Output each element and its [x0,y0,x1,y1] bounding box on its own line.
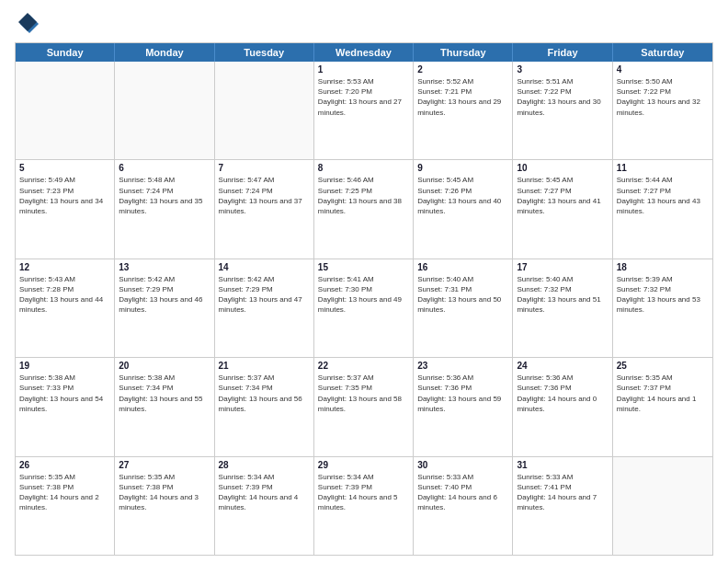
day-info: Sunrise: 5:44 AM Sunset: 7:27 PM Dayligh… [617,175,709,216]
day-headers: SundayMondayTuesdayWednesdayThursdayFrid… [16,43,712,62]
day-cell: 18Sunrise: 5:39 AM Sunset: 7:32 PM Dayli… [613,259,712,357]
day-cell: 1Sunrise: 5:53 AM Sunset: 7:20 PM Daylig… [314,62,414,159]
day-cell: 13Sunrise: 5:42 AM Sunset: 7:29 PM Dayli… [115,259,214,357]
day-info: Sunrise: 5:37 AM Sunset: 7:34 PM Dayligh… [219,373,310,414]
day-cell: 9Sunrise: 5:45 AM Sunset: 7:26 PM Daylig… [414,160,513,258]
day-info: Sunrise: 5:42 AM Sunset: 7:29 PM Dayligh… [119,274,210,316]
day-info: Sunrise: 5:43 AM Sunset: 7:28 PM Dayligh… [19,274,110,316]
day-info: Sunrise: 5:42 AM Sunset: 7:29 PM Dayligh… [219,274,310,316]
day-info: Sunrise: 5:52 AM Sunset: 7:21 PM Dayligh… [417,76,508,118]
day-number: 29 [318,460,409,470]
day-info: Sunrise: 5:40 AM Sunset: 7:32 PM Dayligh… [517,274,608,316]
day-info: Sunrise: 5:38 AM Sunset: 7:33 PM Dayligh… [19,373,110,414]
day-cell: 26Sunrise: 5:35 AM Sunset: 7:38 PM Dayli… [16,457,115,555]
day-info: Sunrise: 5:53 AM Sunset: 7:20 PM Dayligh… [318,76,409,118]
day-cell [215,62,314,159]
day-number: 1 [318,64,409,75]
day-number: 31 [517,460,608,470]
day-cell: 16Sunrise: 5:40 AM Sunset: 7:31 PM Dayli… [414,259,513,357]
calendar-body: 1Sunrise: 5:53 AM Sunset: 7:20 PM Daylig… [16,62,712,555]
day-cell: 19Sunrise: 5:38 AM Sunset: 7:33 PM Dayli… [16,358,115,455]
day-cell [16,62,115,159]
day-cell: 20Sunrise: 5:38 AM Sunset: 7:34 PM Dayli… [115,358,214,455]
day-number: 2 [417,64,508,75]
day-info: Sunrise: 5:35 AM Sunset: 7:37 PM Dayligh… [617,373,709,414]
day-info: Sunrise: 5:36 AM Sunset: 7:36 PM Dayligh… [417,373,508,414]
day-cell: 29Sunrise: 5:34 AM Sunset: 7:39 PM Dayli… [314,457,414,555]
day-info: Sunrise: 5:48 AM Sunset: 7:24 PM Dayligh… [119,175,210,216]
week-row-4: 26Sunrise: 5:35 AM Sunset: 7:38 PM Dayli… [16,456,712,555]
day-cell: 15Sunrise: 5:41 AM Sunset: 7:30 PM Dayli… [314,259,414,357]
day-cell: 3Sunrise: 5:51 AM Sunset: 7:22 PM Daylig… [513,62,612,159]
day-info: Sunrise: 5:39 AM Sunset: 7:32 PM Dayligh… [617,274,709,316]
day-number: 23 [417,361,508,371]
page: SundayMondayTuesdayWednesdayThursdayFrid… [0,0,728,563]
logo-icon [15,11,40,37]
day-number: 14 [219,262,310,272]
day-info: Sunrise: 5:36 AM Sunset: 7:36 PM Dayligh… [517,373,608,414]
day-number: 10 [517,163,608,173]
day-number: 18 [617,262,709,272]
day-cell: 8Sunrise: 5:46 AM Sunset: 7:25 PM Daylig… [314,160,414,258]
day-cell: 7Sunrise: 5:47 AM Sunset: 7:24 PM Daylig… [215,160,314,258]
day-info: Sunrise: 5:51 AM Sunset: 7:22 PM Dayligh… [517,76,608,118]
day-header-tuesday: Tuesday [215,43,314,62]
day-header-saturday: Saturday [613,43,712,62]
day-info: Sunrise: 5:47 AM Sunset: 7:24 PM Dayligh… [219,175,310,216]
day-number: 16 [417,262,508,272]
day-cell: 30Sunrise: 5:33 AM Sunset: 7:40 PM Dayli… [414,457,513,555]
day-number: 20 [119,361,210,371]
day-info: Sunrise: 5:34 AM Sunset: 7:39 PM Dayligh… [318,472,409,513]
day-cell: 23Sunrise: 5:36 AM Sunset: 7:36 PM Dayli… [414,358,513,455]
day-cell: 12Sunrise: 5:43 AM Sunset: 7:28 PM Dayli… [16,259,115,357]
header [15,11,713,37]
day-cell: 11Sunrise: 5:44 AM Sunset: 7:27 PM Dayli… [613,160,712,258]
day-info: Sunrise: 5:45 AM Sunset: 7:27 PM Dayligh… [517,175,608,216]
day-cell: 27Sunrise: 5:35 AM Sunset: 7:38 PM Dayli… [115,457,214,555]
day-number: 24 [517,361,608,371]
day-number: 19 [19,361,110,371]
day-header-wednesday: Wednesday [314,43,414,62]
day-cell: 10Sunrise: 5:45 AM Sunset: 7:27 PM Dayli… [513,160,612,258]
week-row-2: 12Sunrise: 5:43 AM Sunset: 7:28 PM Dayli… [16,259,712,357]
day-number: 27 [119,460,210,470]
day-cell: 4Sunrise: 5:50 AM Sunset: 7:22 PM Daylig… [613,62,712,159]
day-number: 26 [19,460,110,470]
day-cell: 28Sunrise: 5:34 AM Sunset: 7:39 PM Dayli… [215,457,314,555]
day-info: Sunrise: 5:45 AM Sunset: 7:26 PM Dayligh… [417,175,508,216]
day-header-monday: Monday [115,43,214,62]
day-info: Sunrise: 5:33 AM Sunset: 7:41 PM Dayligh… [517,472,608,513]
week-row-3: 19Sunrise: 5:38 AM Sunset: 7:33 PM Dayli… [16,357,712,455]
day-number: 22 [318,361,409,371]
day-header-friday: Friday [513,43,612,62]
day-number: 7 [219,163,310,173]
day-cell: 2Sunrise: 5:52 AM Sunset: 7:21 PM Daylig… [414,62,513,159]
day-info: Sunrise: 5:40 AM Sunset: 7:31 PM Dayligh… [417,274,508,316]
day-cell [613,457,712,555]
day-number: 17 [517,262,608,272]
calendar: SundayMondayTuesdayWednesdayThursdayFrid… [15,42,713,556]
day-info: Sunrise: 5:33 AM Sunset: 7:40 PM Dayligh… [417,472,508,513]
day-number: 12 [19,262,110,272]
day-cell: 24Sunrise: 5:36 AM Sunset: 7:36 PM Dayli… [513,358,612,455]
day-number: 5 [19,163,110,173]
day-info: Sunrise: 5:41 AM Sunset: 7:30 PM Dayligh… [318,274,409,316]
week-row-0: 1Sunrise: 5:53 AM Sunset: 7:20 PM Daylig… [16,62,712,159]
day-info: Sunrise: 5:38 AM Sunset: 7:34 PM Dayligh… [119,373,210,414]
day-number: 28 [219,460,310,470]
day-number: 11 [617,163,709,173]
day-cell: 25Sunrise: 5:35 AM Sunset: 7:37 PM Dayli… [613,358,712,455]
day-info: Sunrise: 5:35 AM Sunset: 7:38 PM Dayligh… [19,472,110,513]
day-header-thursday: Thursday [414,43,513,62]
day-number: 15 [318,262,409,272]
day-info: Sunrise: 5:50 AM Sunset: 7:22 PM Dayligh… [617,76,709,118]
day-number: 30 [417,460,508,470]
day-number: 6 [119,163,210,173]
day-cell: 17Sunrise: 5:40 AM Sunset: 7:32 PM Dayli… [513,259,612,357]
day-cell: 5Sunrise: 5:49 AM Sunset: 7:23 PM Daylig… [16,160,115,258]
logo [15,11,44,37]
day-number: 13 [119,262,210,272]
day-number: 3 [517,64,608,75]
day-info: Sunrise: 5:46 AM Sunset: 7:25 PM Dayligh… [318,175,409,216]
day-cell: 6Sunrise: 5:48 AM Sunset: 7:24 PM Daylig… [115,160,214,258]
